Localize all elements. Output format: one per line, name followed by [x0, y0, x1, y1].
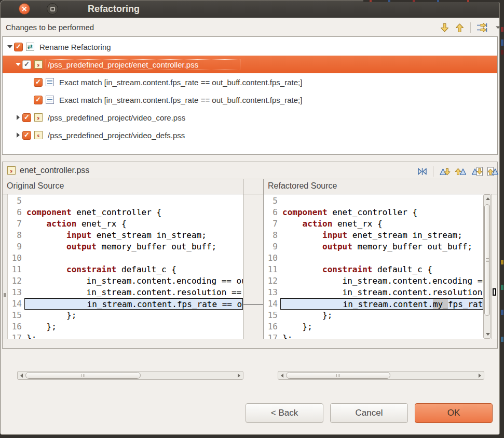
- horizontal-scrollbar-right[interactable]: [278, 371, 484, 380]
- background-artifact: [501, 39, 503, 46]
- expander-collapsed-icon[interactable]: [14, 115, 22, 120]
- refactored-source-code[interactable]: 56component enet_controller {7 action en…: [264, 194, 483, 339]
- goto-previous-change-icon[interactable]: [454, 22, 465, 33]
- diff-overview-marker[interactable]: [493, 288, 496, 296]
- code-text: };: [280, 333, 483, 339]
- original-source-pane[interactable]: 56component enet_controller {7 action en…: [3, 194, 243, 339]
- expander-expanded-icon[interactable]: [14, 63, 22, 66]
- code-line: 12 in_stream.content.encoding == o: [264, 275, 483, 287]
- expander-expanded-icon[interactable]: [6, 45, 14, 48]
- checkbox-checked[interactable]: [22, 131, 31, 140]
- code-line-highlighted: 14 in_stream.content.fps_rate == out_: [8, 298, 243, 310]
- tree-row[interactable]: Rename Refactoring: [3, 38, 497, 56]
- scrollbar-track[interactable]: [25, 371, 235, 379]
- previous-change-icon[interactable]: [487, 166, 499, 177]
- vertical-scrollbar[interactable]: [483, 194, 491, 339]
- code-line-highlighted: 14 in_stream.content.my_fps_rate =: [264, 298, 483, 310]
- tree-row[interactable]: /pss_predefined_project/enet_controller.…: [3, 56, 497, 73]
- code-text: action enet_rx {: [24, 218, 243, 230]
- code-text: input enet_stream in_stream;: [280, 230, 483, 241]
- line-number: 10: [8, 253, 24, 264]
- horizontal-scrollbar-thumb[interactable]: [25, 372, 141, 379]
- checkbox-checked[interactable]: [22, 113, 31, 122]
- view-menu-icon[interactable]: [493, 22, 503, 33]
- tree-row[interactable]: Exact match [in_stream.content.fps_rate …: [3, 91, 497, 109]
- code-line: 8 input enet_stream in_stream;: [8, 230, 243, 241]
- code-text: component enet_controller {: [24, 207, 243, 218]
- code-text: in_stream.content.resolution == ou: [24, 287, 243, 298]
- scroll-right-arrow[interactable]: [476, 371, 484, 379]
- scroll-up-arrow[interactable]: [484, 195, 492, 203]
- code-text: in_stream.content.my_fps_rate =: [280, 298, 483, 310]
- checkbox-checked[interactable]: [34, 96, 43, 104]
- line-number: 15: [264, 310, 280, 321]
- checkbox-checked[interactable]: [22, 60, 31, 69]
- change-ruler-marker: [4, 293, 6, 297]
- line-number: 5: [8, 195, 24, 207]
- horizontal-scrollbar-thumb[interactable]: [286, 372, 390, 379]
- vertical-scrollbar-thumb[interactable]: [484, 204, 490, 316]
- background-artifact: [501, 310, 503, 315]
- goto-next-change-icon[interactable]: [439, 22, 449, 33]
- preview-file-label: enet_controller.pss: [20, 166, 89, 175]
- previous-difference-icon[interactable]: [455, 166, 467, 177]
- tree-row-label: /pss_predefined_project/enet_controller.…: [46, 60, 240, 70]
- expander-collapsed-icon[interactable]: [14, 132, 22, 138]
- next-change-icon[interactable]: [471, 166, 483, 177]
- code-line: 10: [264, 253, 483, 264]
- line-number: 12: [8, 275, 24, 287]
- window-maximize-button[interactable]: [47, 3, 58, 15]
- line-number: 10: [264, 253, 280, 264]
- code-text: in_stream.content.encoding == out_: [24, 275, 243, 287]
- tree-row[interactable]: Exact match [in_stream.content.fps_rate …: [3, 73, 497, 91]
- code-text: in_stream.content.fps_rate == out_: [24, 298, 243, 310]
- code-text: };: [280, 321, 483, 333]
- line-number: 8: [8, 230, 24, 241]
- original-source-code[interactable]: 56component enet_controller {7 action en…: [8, 194, 243, 339]
- line-number: 9: [8, 241, 24, 253]
- background-artifact: [501, 260, 503, 264]
- line-number: 11: [8, 264, 24, 275]
- scroll-left-arrow[interactable]: [18, 371, 25, 379]
- scrollbar-track[interactable]: [286, 371, 476, 379]
- pss-file-icon: [34, 60, 43, 69]
- checkbox-checked[interactable]: [14, 43, 23, 51]
- code-text: component enet_controller {: [280, 207, 483, 218]
- ok-button[interactable]: OK: [415, 403, 493, 423]
- horizontal-scrollbar-left[interactable]: [17, 371, 243, 380]
- next-difference-icon[interactable]: [439, 166, 451, 177]
- tree-row-label: Exact match [in_stream.content.fps_rate …: [58, 95, 304, 105]
- refactored-source-pane[interactable]: 56component enet_controller {7 action en…: [263, 194, 497, 339]
- tree-row[interactable]: /pss_predefined_project/video_defs.pss: [3, 126, 497, 144]
- swap-panes-icon[interactable]: [417, 166, 427, 177]
- code-line: 5: [8, 195, 243, 207]
- back-button[interactable]: < Back: [246, 403, 323, 423]
- code-line: 17};: [8, 333, 243, 339]
- code-line: 13 in_stream.content.resolution ==: [264, 287, 483, 298]
- pss-file-icon: [34, 131, 43, 139]
- scroll-down-arrow[interactable]: [484, 330, 492, 338]
- line-number: 17: [8, 333, 24, 339]
- scroll-left-arrow[interactable]: [278, 371, 286, 379]
- refactoring-icon: [26, 43, 34, 51]
- line-number: 17: [264, 333, 280, 339]
- line-number: 9: [264, 241, 280, 253]
- code-line: 15 };: [8, 310, 243, 321]
- code-line: 16 };: [264, 321, 483, 333]
- background-artifact: [501, 50, 503, 55]
- changes-panel-title: Changes to be performed: [6, 23, 94, 32]
- window-close-button[interactable]: ✕: [19, 3, 30, 15]
- line-number: 16: [264, 321, 280, 333]
- code-line: 6component enet_controller {: [8, 207, 243, 218]
- overview-ruler[interactable]: [491, 194, 497, 339]
- tree-row[interactable]: /pss_predefined_project/video_core.pss: [3, 109, 497, 126]
- tree-row-label: /pss_predefined_project/video_core.pss: [46, 113, 187, 123]
- filter-changes-icon[interactable]: [476, 22, 488, 33]
- code-text: constraint default_c {: [24, 264, 243, 275]
- scroll-right-arrow[interactable]: [235, 371, 243, 379]
- toolbar-separator: [470, 22, 471, 33]
- checkbox-checked[interactable]: [34, 78, 43, 87]
- code-text: [24, 253, 243, 264]
- cancel-button[interactable]: Cancel: [330, 403, 408, 423]
- code-line: 16 };: [8, 321, 243, 333]
